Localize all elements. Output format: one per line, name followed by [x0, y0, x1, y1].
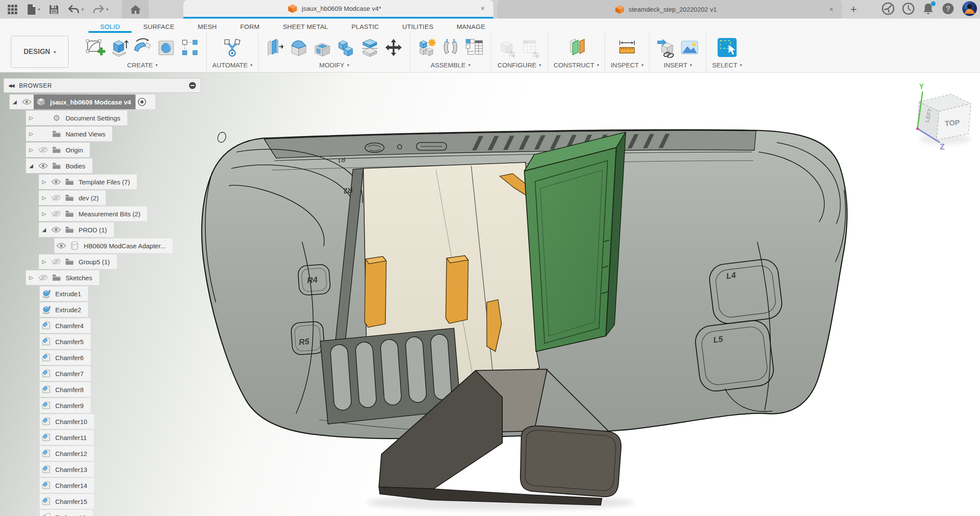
visibility-off-icon[interactable]	[36, 147, 50, 153]
tree-row-chamfer5[interactable]: Chamfer5	[3, 334, 201, 349]
document-tab-inactive[interactable]: steamdeck_step_20220202 v1 ×	[497, 0, 842, 19]
expander-collapsed-icon[interactable]: ▷	[26, 115, 36, 121]
insert-mesh-icon[interactable]	[655, 37, 677, 58]
tree-row-prod-1-[interactable]: ◢PROD (1)	[3, 222, 201, 237]
tab-plastic[interactable]: PLASTIC	[340, 20, 391, 33]
tree-row-named-views[interactable]: ▷Named Views	[3, 127, 201, 141]
tree-row-chamfer15[interactable]: Chamfer15	[3, 494, 201, 509]
tree-row-chamfer11[interactable]: Chamfer11	[3, 430, 201, 445]
pattern-icon[interactable]	[179, 37, 201, 58]
select-icon[interactable]	[716, 37, 738, 58]
tree-row-jsaux-hb0609-modcase-v4[interactable]: ◢jsaux_hb0609 Modcase v4	[3, 95, 201, 109]
visibility-off-icon[interactable]	[36, 275, 50, 281]
avatar[interactable]	[962, 1, 977, 18]
document-tab-active[interactable]: jsaux_hb0609 Modcase v4* ×	[183, 0, 493, 19]
construction-plane-icon[interactable]	[566, 37, 587, 58]
undo-menu-caret[interactable]: ▾	[82, 7, 84, 12]
save-icon[interactable]	[49, 4, 59, 15]
help-icon[interactable]: ?	[942, 2, 955, 17]
notifications-icon[interactable]	[922, 2, 934, 17]
tree-row-chamfer9[interactable]: Chamfer9	[3, 398, 201, 413]
automate-icon[interactable]	[221, 37, 243, 58]
file-new-icon[interactable]: ▾	[27, 4, 40, 15]
tree-row-extrude1[interactable]: Extrude1	[3, 286, 201, 301]
tab-sheet-metal[interactable]: SHEET METAL	[271, 20, 340, 33]
tree-row-chamfer10[interactable]: Chamfer10	[3, 414, 201, 429]
tab-manage[interactable]: MANAGE	[445, 20, 497, 33]
group-label-modify[interactable]: MODIFY▾	[319, 61, 349, 69]
expander-expanded-icon[interactable]: ◢	[9, 99, 20, 105]
new-tab-button[interactable]: +	[847, 3, 860, 16]
tree-row-chamfer12[interactable]: Chamfer12	[3, 446, 201, 461]
extensions-icon[interactable]	[882, 2, 895, 17]
tree-row-chamfer13[interactable]: Chamfer13	[3, 462, 201, 477]
split-body-icon[interactable]	[359, 37, 381, 58]
expander-collapsed-icon[interactable]: ▷	[39, 211, 49, 217]
tree-row-sketches[interactable]: ▷Sketches	[3, 270, 201, 285]
visibility-off-icon[interactable]	[49, 195, 63, 201]
remove-filter-icon[interactable]	[189, 82, 196, 89]
combine-icon[interactable]	[335, 37, 357, 58]
tree-row-origin[interactable]: ▷Origin	[3, 142, 201, 157]
group-label-create[interactable]: CREATE▾	[127, 61, 158, 69]
visibility-off-icon[interactable]	[49, 211, 63, 217]
group-label-construct[interactable]: CONSTRUCT▾	[554, 61, 599, 69]
file-menu-caret[interactable]: ▾	[38, 7, 40, 12]
fillet-icon[interactable]	[288, 37, 309, 58]
visibility-on-icon[interactable]	[54, 243, 68, 249]
expander-collapsed-icon[interactable]: ▷	[26, 131, 36, 137]
tree-row-chamfer8[interactable]: Chamfer8	[3, 382, 201, 397]
close-tab-icon[interactable]: ×	[828, 6, 835, 13]
visibility-on-icon[interactable]	[49, 227, 63, 233]
group-label-configure[interactable]: CONFIGURE▾	[498, 61, 541, 69]
tree-row-dev-2-[interactable]: ▷dev (2)	[3, 190, 201, 205]
configuration-icon[interactable]	[497, 37, 518, 58]
tree-row-chamfer6[interactable]: Chamfer6	[3, 350, 201, 365]
expander-collapsed-icon[interactable]: ▷	[39, 195, 49, 201]
tab-utilities[interactable]: UTILITIES	[391, 20, 445, 33]
activate-component-radio[interactable]	[135, 98, 148, 106]
create-sketch-icon[interactable]	[84, 37, 106, 58]
joint-icon[interactable]	[440, 37, 461, 58]
close-tab-icon[interactable]: ×	[479, 5, 486, 13]
tree-row-bodies[interactable]: ◢Bodies	[3, 158, 201, 173]
shell-icon[interactable]	[312, 37, 333, 58]
visibility-on-icon[interactable]	[36, 163, 50, 169]
tree-row-chamfer4[interactable]: Chamfer4	[3, 318, 201, 333]
visibility-off-icon[interactable]	[49, 259, 63, 265]
group-label-assemble[interactable]: ASSEMBLE▾	[431, 61, 470, 69]
parts-list-icon[interactable]	[463, 37, 485, 58]
expander-collapsed-icon[interactable]: ▷	[26, 147, 36, 153]
selected-item[interactable]: jsaux_hb0609 Modcase v4	[34, 95, 135, 109]
group-label-insert[interactable]: INSERT▾	[664, 61, 692, 69]
extrude-icon[interactable]	[108, 37, 129, 58]
tab-mesh[interactable]: MESH	[186, 20, 228, 33]
tab-solid[interactable]: SOLID	[88, 20, 132, 33]
expander-collapsed-icon[interactable]: ▷	[26, 275, 36, 281]
move-icon[interactable]	[383, 37, 404, 58]
group-label-inspect[interactable]: INSPECT▾	[611, 61, 643, 69]
decal-icon[interactable]	[679, 37, 700, 58]
measure-icon[interactable]	[616, 37, 638, 58]
tree-row-chamfer14[interactable]: Chamfer14	[3, 478, 201, 493]
undo-icon[interactable]: ▾	[68, 5, 84, 14]
visibility-on-icon[interactable]	[49, 179, 63, 185]
tree-row-emboss16[interactable]: EEmboss16	[3, 510, 201, 516]
home-view-button[interactable]	[122, 0, 149, 19]
tree-row-chamfer7[interactable]: Chamfer7	[3, 366, 201, 381]
tree-row-hb0609-modcase-adapter-[interactable]: HB0609 ModCase Adapter...	[3, 238, 201, 253]
visibility-on-icon[interactable]	[20, 99, 34, 105]
group-label-automate[interactable]: AUTOMATE▾	[212, 61, 252, 69]
tree-row-template-files-7-[interactable]: ▷Template Files (7)	[3, 174, 201, 189]
tab-surface[interactable]: SURFACE	[132, 20, 186, 33]
new-component-icon[interactable]	[416, 37, 438, 58]
app-grid-icon[interactable]	[7, 4, 18, 15]
tree-row-extrude2[interactable]: Extrude2	[3, 302, 201, 317]
press-pull-icon[interactable]	[264, 37, 286, 58]
configuration-table-icon[interactable]	[520, 37, 542, 58]
redo-menu-caret[interactable]: ▾	[106, 7, 108, 12]
view-cube[interactable]: LEFT TOP Y Z	[916, 83, 971, 151]
workspace-selector[interactable]: DESIGN ▾	[11, 36, 69, 68]
job-status-icon[interactable]	[902, 2, 915, 17]
hole-icon[interactable]	[155, 37, 177, 58]
